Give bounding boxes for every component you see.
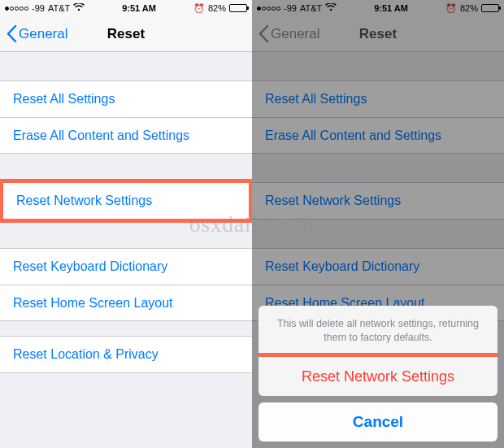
- status-time: 9:51 AM: [122, 3, 156, 13]
- alarm-icon: ⏰: [193, 3, 205, 14]
- action-sheet-top: This will delete all network settings, r…: [259, 306, 497, 396]
- back-button[interactable]: General: [7, 25, 67, 42]
- signal-dots-icon: [5, 7, 28, 11]
- row-label: Erase All Content and Settings: [13, 128, 189, 143]
- row-reset-keyboard[interactable]: Reset Keyboard Dictionary: [0, 249, 252, 285]
- action-sheet: This will delete all network settings, r…: [259, 306, 497, 441]
- button-label: Reset Network Settings: [302, 368, 454, 385]
- action-sheet-message: This will delete all network settings, r…: [259, 306, 497, 357]
- cancel-button[interactable]: Cancel: [259, 402, 497, 441]
- wifi-icon: [73, 3, 85, 13]
- back-label: General: [19, 26, 67, 42]
- battery-pct: 82%: [208, 3, 226, 13]
- row-reset-all[interactable]: Reset All Settings: [0, 81, 252, 117]
- row-erase-all[interactable]: Erase All Content and Settings: [0, 117, 252, 153]
- row-reset-home[interactable]: Reset Home Screen Layout: [0, 285, 252, 320]
- chevron-left-icon: [7, 25, 17, 42]
- row-label: Reset Location & Privacy: [13, 347, 159, 362]
- confirm-reset-button[interactable]: Reset Network Settings: [259, 357, 497, 396]
- highlight-confirm: Reset Network Settings: [259, 353, 497, 396]
- row-reset-network[interactable]: Reset Network Settings: [3, 183, 249, 219]
- carrier-label: AT&T: [48, 3, 70, 13]
- group-network: Reset Network Settings: [0, 182, 252, 220]
- row-label: Reset All Settings: [13, 92, 115, 107]
- button-label: Cancel: [353, 413, 403, 431]
- row-reset-location[interactable]: Reset Location & Privacy: [0, 337, 252, 372]
- status-bar: -99 AT&T 9:51 AM ⏰ 82%: [0, 0, 252, 16]
- signal-strength: -99: [32, 3, 45, 13]
- highlight-reset-network: Reset Network Settings: [0, 179, 252, 223]
- row-label: Reset Home Screen Layout: [13, 296, 173, 311]
- row-label: Reset Network Settings: [16, 194, 152, 208]
- row-label: Reset Keyboard Dictionary: [13, 259, 167, 274]
- group-location: Reset Location & Privacy: [0, 336, 252, 373]
- battery-icon: [229, 4, 247, 12]
- screen-reset-confirm: -99 AT&T 9:51 AM ⏰ 82% General Reset Res…: [252, 0, 504, 448]
- group-other: Reset Keyboard Dictionary Reset Home Scr…: [0, 248, 252, 321]
- group-general: Reset All Settings Erase All Content and…: [0, 80, 252, 154]
- screen-reset-list: -99 AT&T 9:51 AM ⏰ 82% General Reset Res…: [0, 0, 252, 448]
- nav-bar: General Reset: [0, 16, 252, 52]
